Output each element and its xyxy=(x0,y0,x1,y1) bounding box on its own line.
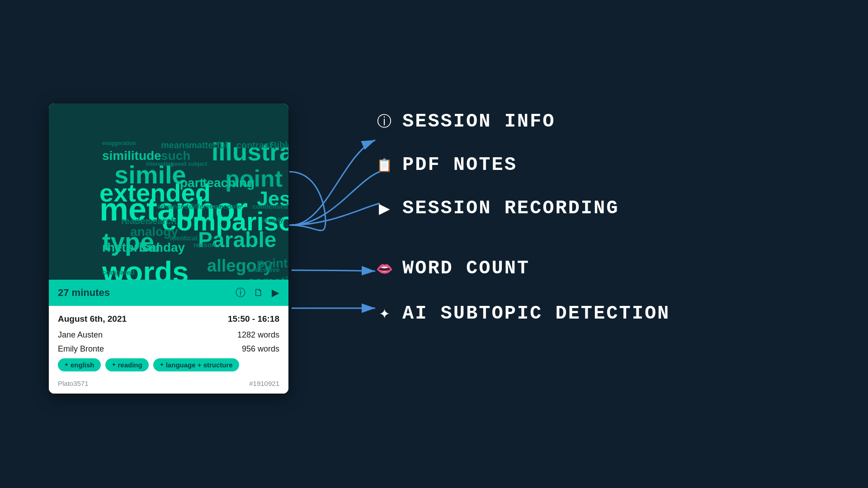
card-info: August 6th, 2021 15:50 - 16:18 Jane Aust… xyxy=(49,306,288,394)
wc-word-excessive: excessive xyxy=(248,266,280,273)
wc-word-compared: compared xyxy=(102,269,135,276)
annotation-ai-subtopic: ✦ AI Subtopic Detection xyxy=(375,303,670,324)
participant-1-words: 1282 words xyxy=(237,330,279,340)
wc-word-such: such xyxy=(161,150,190,162)
card-footer: Plato3571 #1910921 xyxy=(58,378,279,387)
wc-word-condensed: condensed xyxy=(252,203,288,210)
pdf-notes-label: PDF Notes xyxy=(402,154,517,176)
wc-word-reason: reason xyxy=(193,241,216,248)
info-icon[interactable]: ⓘ xyxy=(236,286,245,300)
duration-label: 27 minutes xyxy=(58,287,110,299)
wc-word-part: part xyxy=(180,177,204,189)
annotation-word-count: 👄 Word Count xyxy=(375,258,670,279)
participant-1-name: Jane Austen xyxy=(58,330,103,340)
tag-reading[interactable]: reading xyxy=(105,358,149,371)
wc-word-exaggeration: exaggeration xyxy=(102,141,136,146)
card-duration-bar: 27 minutes ⓘ 🗋 ▶ xyxy=(49,280,288,306)
lips-annotation-icon: 👄 xyxy=(375,261,393,277)
sparkle-annotation-icon: ✦ xyxy=(375,306,393,322)
session-card: metaphor simile extended comparison type… xyxy=(49,103,288,394)
wc-word-anecdote: anecdote xyxy=(212,203,241,210)
wc-word-based: based xyxy=(171,161,187,167)
wc-word-matterful: matterful xyxy=(189,141,228,150)
wc-word-teaching: teaching xyxy=(203,177,255,189)
wc-word-nearly: nearly xyxy=(264,216,283,223)
card-tags: english reading language + structure xyxy=(58,358,279,371)
word-count-label: Word Count xyxy=(402,258,530,279)
session-time: 15:50 - 16:18 xyxy=(228,314,279,324)
wc-word-contrast: contrast xyxy=(236,141,272,150)
play-annotation-icon: ▶ xyxy=(375,200,393,217)
session-recording-label: Session Recording xyxy=(402,197,619,219)
wc-word-reader: reader xyxy=(121,216,149,225)
word-cloud: metaphor simile extended comparison type… xyxy=(49,103,288,280)
session-date: August 6th, 2021 xyxy=(58,314,127,324)
card-session-id: #1910921 xyxy=(249,380,279,387)
wc-word-means: means xyxy=(161,141,189,150)
participant-2-name: Emily Bronte xyxy=(58,344,104,354)
participant-row-2: Emily Bronte 956 words xyxy=(58,344,279,354)
wc-word-subject: subject xyxy=(188,161,207,167)
tag-english[interactable]: english xyxy=(58,358,101,371)
date-time-row: August 6th, 2021 15:50 - 16:18 xyxy=(58,314,279,324)
session-info-label: Session Info xyxy=(402,111,555,132)
wc-word-sunday: Sunday xyxy=(139,241,185,254)
ai-subtopic-label: AI Subtopic Detection xyxy=(402,303,670,324)
participant-row-1: Jane Austen 1282 words xyxy=(58,330,279,340)
play-icon[interactable]: ▶ xyxy=(272,287,279,299)
pdf-annotation-icon: 📋 xyxy=(375,158,393,173)
wc-word-advanced: advanced xyxy=(157,203,189,210)
annotation-session-recording: ▶ Session Recording xyxy=(375,197,619,219)
pdf-icon[interactable]: 🗋 xyxy=(254,287,264,299)
info-annotation-icon: ⓘ xyxy=(375,112,393,131)
bottom-annotations: 👄 Word Count ✦ AI Subtopic Detection xyxy=(375,258,670,324)
wc-word-search: search xyxy=(147,216,177,225)
wc-word-identical: identical xyxy=(170,235,198,241)
tag-language[interactable]: language + structure xyxy=(153,358,239,371)
bar-icons: ⓘ 🗋 ▶ xyxy=(236,286,279,300)
participant-2-words: 956 words xyxy=(242,344,279,354)
wc-word-similitude: similitude xyxy=(102,150,161,162)
wc-word-bible: Bible xyxy=(270,141,288,150)
annotation-session-info: ⓘ Session Info xyxy=(375,111,619,132)
wc-word-interesting: interesting xyxy=(146,161,174,167)
wc-word-sometimes: sometimes xyxy=(248,275,288,280)
top-annotations: ⓘ Session Info 📋 PDF Notes ▶ Session Rec… xyxy=(375,111,619,219)
annotation-pdf-notes: 📋 PDF Notes xyxy=(375,154,619,176)
card-user: Plato3571 xyxy=(58,380,89,387)
